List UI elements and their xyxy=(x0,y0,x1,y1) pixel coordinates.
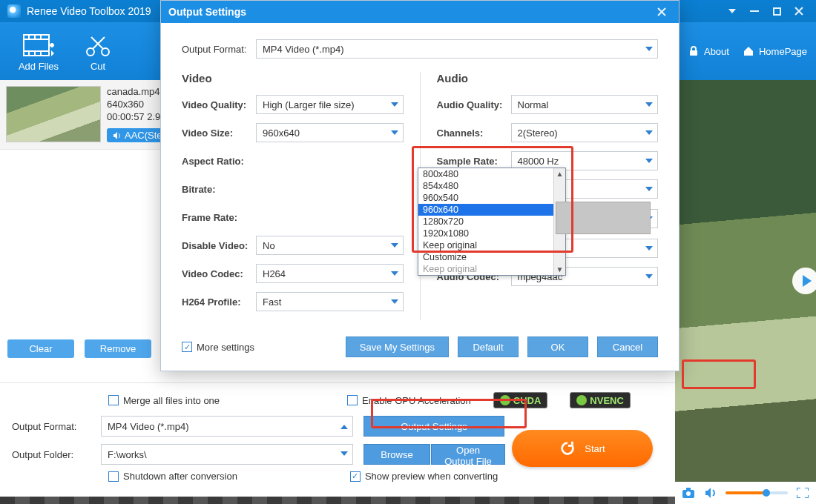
gpu-accel-checkbox[interactable]: ✓ Enable GPU Acceleration xyxy=(347,395,471,406)
output-format-value: MP4 Video (*.mp4) xyxy=(108,421,189,432)
volume-slider[interactable] xyxy=(725,491,788,494)
checkbox-icon: ✓ xyxy=(108,395,119,405)
channels-combo[interactable]: 2(Stereo) xyxy=(511,123,659,142)
dropdown-scrollbar[interactable]: ▲ ▼ xyxy=(553,168,565,275)
menu-dropdown-button[interactable] xyxy=(723,3,742,19)
cut-button[interactable]: Cut xyxy=(68,31,128,72)
checkbox-checked-icon: ✓ xyxy=(350,471,361,482)
frame-rate-label: Frame Rate: xyxy=(182,212,256,223)
close-icon xyxy=(657,7,667,17)
open-output-file-button[interactable]: Open Output File xyxy=(431,444,505,465)
play-button[interactable] xyxy=(792,268,816,294)
video-section-heading: Video xyxy=(182,72,404,84)
nvidia-dot-icon xyxy=(500,395,510,405)
cut-label: Cut xyxy=(68,61,128,72)
size-option[interactable]: 1280x720 xyxy=(418,216,565,228)
bottom-decoration xyxy=(0,497,675,504)
chevron-down-icon xyxy=(645,187,653,191)
output-settings-dialog: Output Settings Output Format: MP4 Video… xyxy=(160,0,680,371)
chevron-down-icon xyxy=(645,159,653,163)
clear-button[interactable]: Clear xyxy=(7,339,74,358)
size-option[interactable]: Customize xyxy=(418,251,565,263)
output-format-combo[interactable]: MP4 Video (*.mp4) xyxy=(101,416,353,437)
ok-button[interactable]: OK xyxy=(527,336,588,357)
video-quality-combo[interactable]: High (Larger file size) xyxy=(256,95,404,114)
size-option[interactable]: 854x480 xyxy=(418,180,565,192)
svg-line-13 xyxy=(93,37,105,49)
audio-quality-combo[interactable]: Normal xyxy=(511,95,659,114)
snapshot-button[interactable] xyxy=(681,485,696,500)
dialog-titlebar: Output Settings xyxy=(161,1,679,23)
chevron-down-icon xyxy=(391,243,398,248)
chevron-down-icon xyxy=(391,299,398,304)
start-button[interactable]: Start xyxy=(512,430,653,467)
volume-knob[interactable] xyxy=(763,489,770,497)
row-buttons: Clear Remove xyxy=(7,339,151,358)
nvidia-dot-icon xyxy=(576,395,587,405)
output-format-combo[interactable]: MP4 Video (*.mp4) xyxy=(256,39,658,59)
lock-icon xyxy=(688,45,700,57)
fullscreen-icon xyxy=(797,488,809,498)
video-codec-combo[interactable]: H264 xyxy=(256,264,404,283)
size-option[interactable]: 960x540 xyxy=(418,192,565,204)
merge-checkbox[interactable]: ✓ Merge all files into one xyxy=(108,395,220,406)
maximize-icon xyxy=(773,7,781,16)
chevron-down-icon xyxy=(391,130,398,135)
default-button[interactable]: Default xyxy=(458,336,519,357)
chevron-down-icon xyxy=(391,102,398,107)
shutdown-checkbox[interactable]: ✓ Shutdown after conversion xyxy=(108,471,237,482)
size-option[interactable]: 800x480 xyxy=(418,168,565,180)
fullscreen-button[interactable] xyxy=(795,485,810,500)
scissors-icon xyxy=(68,31,128,59)
browse-button[interactable]: Browse xyxy=(363,444,430,465)
maximize-button[interactable] xyxy=(767,3,786,19)
scroll-up-icon[interactable]: ▲ xyxy=(554,168,565,179)
close-button[interactable] xyxy=(789,3,809,19)
size-option[interactable]: Keep original xyxy=(418,239,565,251)
dialog-close-button[interactable] xyxy=(652,4,671,20)
cuda-badge: CUDA xyxy=(493,392,548,408)
size-option[interactable]: Keep original xyxy=(418,263,565,275)
show-preview-label: Show preview when converting xyxy=(365,471,498,482)
minimize-button[interactable] xyxy=(745,3,764,19)
scrollbar-thumb[interactable] xyxy=(556,202,651,234)
remove-button[interactable]: Remove xyxy=(85,339,151,358)
about-link[interactable]: About xyxy=(688,45,729,57)
add-files-button[interactable]: Add Files xyxy=(9,31,68,72)
svg-line-14 xyxy=(91,37,103,49)
output-settings-button[interactable]: Output Settings xyxy=(363,416,504,437)
add-files-label: Add Files xyxy=(9,61,68,72)
homepage-link[interactable]: HomePage xyxy=(743,45,807,57)
video-size-combo[interactable]: 960x640 xyxy=(256,123,404,142)
preview-video[interactable] xyxy=(675,80,816,482)
about-label: About xyxy=(704,46,729,57)
volume-fill xyxy=(725,491,766,494)
cancel-button[interactable]: Cancel xyxy=(597,336,658,357)
chevron-down-icon xyxy=(645,246,653,251)
size-option-selected[interactable]: 960x640 xyxy=(418,204,565,216)
home-icon xyxy=(743,45,754,57)
start-label: Start xyxy=(585,443,605,454)
show-preview-checkbox[interactable]: ✓ Show preview when converting xyxy=(350,471,498,482)
app-logo-icon xyxy=(7,4,21,18)
chevron-down-icon xyxy=(645,130,653,135)
disable-video-combo[interactable]: No xyxy=(256,236,404,255)
volume-button[interactable] xyxy=(703,485,718,500)
speaker-icon xyxy=(113,131,122,140)
dialog-title: Output Settings xyxy=(168,6,649,18)
aspect-ratio-label: Aspect Ratio: xyxy=(182,156,256,167)
video-size-dropdown-list[interactable]: 800x480 854x480 960x540 960x640 1280x720… xyxy=(418,168,566,276)
h264-profile-combo[interactable]: Fast xyxy=(256,292,404,311)
speaker-icon xyxy=(705,488,717,498)
output-format-label: Output Format: xyxy=(12,421,101,432)
minimize-icon xyxy=(750,10,759,12)
save-my-settings-button[interactable]: Save My Settings xyxy=(346,336,449,357)
scroll-down-icon[interactable]: ▼ xyxy=(554,264,565,275)
more-settings-checkbox[interactable]: ✓ More settings xyxy=(182,342,254,353)
chevron-down-icon xyxy=(340,451,348,457)
dialog-footer: ✓ More settings Save My Settings Default… xyxy=(161,328,679,371)
video-codec-label: Video Codec: xyxy=(182,268,256,279)
size-option[interactable]: 1920x1080 xyxy=(418,228,565,239)
video-size-label: Video Size: xyxy=(182,127,256,139)
output-folder-field[interactable]: F:\works\ xyxy=(101,444,353,465)
